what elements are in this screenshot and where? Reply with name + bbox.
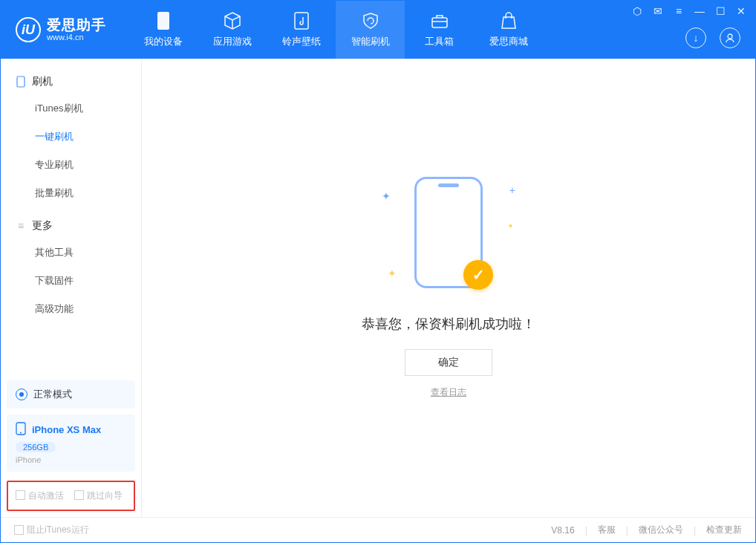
checkbox-icon [16,490,25,500]
nav-store[interactable]: 爱思商城 [474,1,543,59]
svg-rect-2 [432,18,447,27]
device-name: iPhone XS Max [32,424,101,435]
main-content: ✦ + ✦ • ✓ 恭喜您，保资料刷机成功啦！ 确定 查看日志 [142,59,755,517]
svg-point-3 [728,34,732,39]
sparkle-icon: ✦ [382,190,391,202]
checkbox-icon [14,525,24,535]
sparkle-icon: • [509,220,512,232]
user-icon[interactable] [720,27,740,48]
minimize-button[interactable]: ― [693,5,706,17]
sidebar-item-itunes-flash[interactable]: iTunes刷机 [1,94,141,123]
logo-subtitle: www.i4.cn [47,33,106,42]
sidebar-item-pro-flash[interactable]: 专业刷机 [1,151,141,179]
mode-label: 正常模式 [33,388,72,401]
shirt-icon[interactable]: ⬡ [630,5,644,17]
wechat-link[interactable]: 微信公众号 [639,524,683,536]
sidebar: 刷机 iTunes刷机 一键刷机 专业刷机 批量刷机 ≡ 更多 其他工具 下载固… [1,59,142,517]
sparkle-icon: + [509,184,515,196]
view-log-link[interactable]: 查看日志 [431,386,466,399]
ok-button[interactable]: 确定 [405,349,492,376]
checkbox-icon [74,490,84,500]
bag-icon [499,11,518,30]
nav-toolbox[interactable]: 工具箱 [405,1,474,59]
device-type: iPhone [16,455,126,464]
mode-indicator-icon [16,388,27,400]
svg-point-6 [20,432,22,434]
nav-ringtone-wallpaper[interactable]: 铃声壁纸 [267,1,336,59]
sparkle-icon: ✦ [388,267,397,279]
toolbox-icon [430,11,449,30]
titlebar: iU 爱思助手 www.i4.cn 我的设备 应用游戏 铃声壁纸 智能刷机 [1,1,755,59]
logo[interactable]: iU 爱思助手 www.i4.cn [1,17,121,42]
nav-smart-flash[interactable]: 智能刷机 [336,1,405,59]
options-box: 自动激活 跳过向导 [7,481,135,511]
success-message: 恭喜您，保资料刷机成功啦！ [362,315,535,333]
window-controls: ⬡ ✉ ≡ ― ☐ ✕ [630,5,748,17]
version-label: V8.16 [551,525,574,536]
check-update-link[interactable]: 检查更新 [706,524,742,536]
checkbox-skip-guide[interactable]: 跳过向导 [74,490,123,502]
sidebar-item-oneclick-flash[interactable]: 一键刷机 [1,123,141,151]
support-link[interactable]: 客服 [598,524,616,536]
sidebar-item-advanced[interactable]: 高级功能 [1,295,141,323]
checkbox-block-itunes[interactable]: 阻止iTunes运行 [14,524,89,536]
sidebar-item-batch-flash[interactable]: 批量刷机 [1,179,141,207]
svg-rect-1 [295,13,308,29]
list-icon: ≡ [16,221,26,231]
logo-icon: iU [16,17,41,42]
sidebar-group-flash: 刷机 [1,69,141,94]
body: 刷机 iTunes刷机 一键刷机 专业刷机 批量刷机 ≡ 更多 其他工具 下载固… [1,59,755,517]
checkbox-auto-activate[interactable]: 自动激活 [16,490,64,502]
sidebar-item-firmware[interactable]: 下载固件 [1,267,141,295]
side-nav: 刷机 iTunes刷机 一键刷机 专业刷机 批量刷机 ≡ 更多 其他工具 下载固… [1,59,141,374]
sidebar-item-other-tools[interactable]: 其他工具 [1,238,141,267]
statusbar: 阻止iTunes运行 V8.16 | 客服 | 微信公众号 | 检查更新 [1,517,755,542]
sidebar-bottom: 正常模式 iPhone XS Max 256GB iPhone 自动激活 跳过向… [1,374,141,517]
check-badge-icon: ✓ [463,260,493,290]
feedback-icon[interactable]: ✉ [651,5,665,17]
mode-card[interactable]: 正常模式 [7,380,135,409]
success-illustration: ✦ + ✦ • ✓ [414,177,483,288]
maximize-button[interactable]: ☐ [714,5,727,17]
svg-rect-4 [17,77,25,87]
phone-outline-icon [16,77,26,87]
device-card[interactable]: iPhone XS Max 256GB iPhone [7,414,135,472]
nav-my-device[interactable]: 我的设备 [128,1,198,59]
app-window: iU 爱思助手 www.i4.cn 我的设备 应用游戏 铃声壁纸 智能刷机 [0,0,756,543]
phone-icon [154,11,173,30]
cube-icon [223,11,242,30]
device-phone-icon [16,422,26,438]
svg-rect-0 [157,12,169,30]
close-button[interactable]: ✕ [734,5,748,17]
top-nav: 我的设备 应用游戏 铃声壁纸 智能刷机 工具箱 爱思商城 [128,1,543,59]
sidebar-group-more: ≡ 更多 [1,213,141,238]
logo-title: 爱思助手 [47,18,106,33]
header-right-icons: ↓ [685,27,740,48]
download-icon[interactable]: ↓ [685,27,706,48]
music-file-icon [292,11,311,30]
menu-icon[interactable]: ≡ [672,5,685,17]
nav-apps[interactable]: 应用游戏 [198,1,267,59]
device-capacity-badge: 256GB [16,442,56,452]
refresh-shield-icon [361,11,380,30]
